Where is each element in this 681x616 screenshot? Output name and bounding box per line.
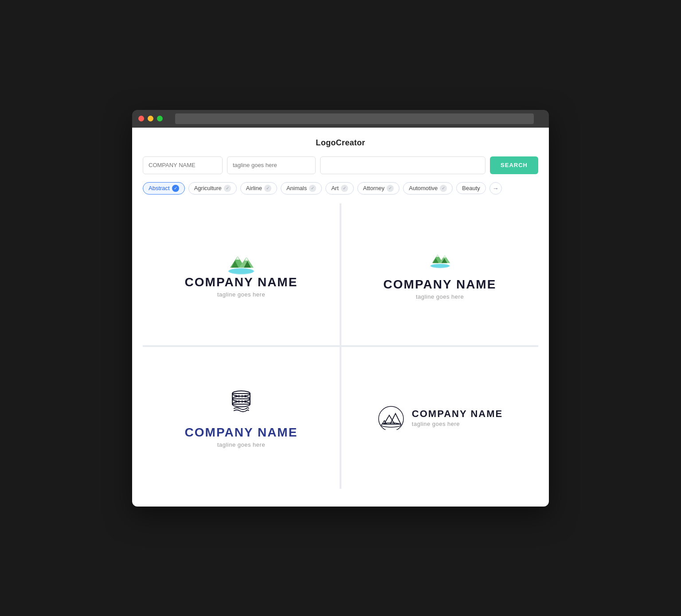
maximize-dot[interactable] bbox=[157, 116, 163, 121]
filter-bar: Abstract ✓ Agriculture ✓ Airline ✓ Anima… bbox=[143, 182, 538, 195]
svg-marker-5 bbox=[236, 256, 239, 260]
svg-marker-14 bbox=[443, 255, 446, 258]
filter-automotive-label: Automotive bbox=[409, 185, 438, 191]
agriculture-check-icon: ✓ bbox=[224, 185, 231, 192]
mountain-outline-icon bbox=[377, 405, 406, 430]
logo-grid: COMPANY NAME tagline goes here COMPANY N… bbox=[143, 203, 538, 489]
extra-input[interactable] bbox=[320, 156, 485, 174]
filter-beauty-label: Beauty bbox=[462, 185, 480, 191]
filter-agriculture-label: Agriculture bbox=[194, 185, 222, 191]
art-check-icon: ✓ bbox=[341, 185, 348, 192]
logo-1-tagline: tagline goes here bbox=[217, 291, 265, 298]
filter-art[interactable]: Art ✓ bbox=[325, 182, 354, 195]
filter-attorney[interactable]: Attorney ✓ bbox=[357, 182, 399, 195]
search-bar: SEARCH bbox=[143, 156, 538, 174]
svg-marker-13 bbox=[436, 254, 439, 257]
logo-2-tagline: tagline goes here bbox=[416, 293, 464, 300]
browser-titlebar bbox=[132, 110, 549, 128]
logo-2-company-name: COMPANY NAME bbox=[384, 277, 497, 292]
filter-abstract[interactable]: Abstract ✓ bbox=[143, 182, 185, 195]
database-icon bbox=[226, 387, 257, 418]
logo-card-2[interactable]: COMPANY NAME tagline goes here bbox=[341, 203, 538, 345]
filter-attorney-label: Attorney bbox=[363, 185, 384, 191]
automotive-check-icon: ✓ bbox=[440, 185, 447, 192]
filter-animals-label: Animals bbox=[286, 185, 307, 191]
filter-abstract-label: Abstract bbox=[149, 185, 170, 191]
colored-mountain-icon-1 bbox=[223, 251, 259, 275]
company-name-input[interactable] bbox=[143, 156, 223, 174]
svg-point-33 bbox=[381, 423, 401, 427]
filter-agriculture[interactable]: Agriculture ✓ bbox=[188, 182, 237, 195]
logo-4-tagline: tagline goes here bbox=[412, 421, 503, 427]
logo-4-text-group: COMPANY NAME tagline goes here bbox=[412, 408, 503, 427]
attorney-check-icon: ✓ bbox=[387, 185, 394, 192]
colored-mountain-icon-2 bbox=[426, 248, 454, 270]
filter-airline[interactable]: Airline ✓ bbox=[240, 182, 277, 195]
filter-automotive[interactable]: Automotive ✓ bbox=[403, 182, 453, 195]
browser-window: LogoCreator SEARCH Abstract ✓ Agricultur… bbox=[132, 110, 549, 507]
logo-1-company-name: COMPANY NAME bbox=[185, 275, 298, 289]
filter-next-button[interactable]: → bbox=[489, 182, 502, 195]
search-button[interactable]: SEARCH bbox=[490, 156, 538, 174]
logo-4-company-name: COMPANY NAME bbox=[412, 408, 503, 420]
tagline-input[interactable] bbox=[227, 156, 316, 174]
abstract-check-icon: ✓ bbox=[172, 185, 179, 192]
airline-check-icon: ✓ bbox=[264, 185, 271, 192]
app-content: LogoCreator SEARCH Abstract ✓ Agricultur… bbox=[132, 128, 549, 507]
filter-animals[interactable]: Animals ✓ bbox=[281, 182, 322, 195]
filter-beauty[interactable]: Beauty bbox=[456, 182, 485, 194]
address-bar[interactable] bbox=[175, 113, 534, 124]
minimize-dot[interactable] bbox=[148, 116, 153, 121]
animals-check-icon: ✓ bbox=[309, 185, 316, 192]
logo-card-3[interactable]: COMPANY NAME tagline goes here bbox=[143, 347, 340, 489]
app-header: LogoCreator bbox=[143, 138, 538, 148]
app-title: LogoCreator bbox=[316, 138, 365, 147]
logo-3-company-name: COMPANY NAME bbox=[185, 425, 298, 440]
filter-art-label: Art bbox=[331, 185, 339, 191]
svg-point-7 bbox=[228, 269, 254, 273]
svg-point-15 bbox=[430, 265, 450, 268]
logo-card-4[interactable]: COMPANY NAME tagline goes here bbox=[341, 347, 538, 489]
logo-card-1[interactable]: COMPANY NAME tagline goes here bbox=[143, 203, 340, 345]
filter-airline-label: Airline bbox=[246, 185, 262, 191]
logo-3-tagline: tagline goes here bbox=[217, 441, 265, 448]
close-dot[interactable] bbox=[138, 116, 144, 121]
